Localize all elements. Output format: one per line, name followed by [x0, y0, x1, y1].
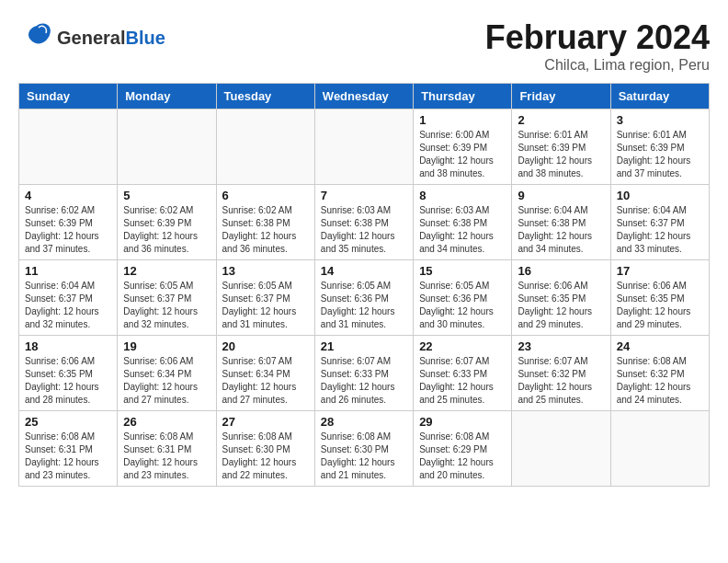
day-info: Sunrise: 6:05 AM Sunset: 6:36 PM Dayligh…: [321, 280, 407, 331]
day-info: Sunrise: 6:02 AM Sunset: 6:39 PM Dayligh…: [123, 204, 210, 256]
day-number: 8: [419, 189, 506, 202]
table-row: 5Sunrise: 6:02 AM Sunset: 6:39 PM Daylig…: [118, 185, 216, 260]
day-number: 3: [617, 113, 703, 127]
table-row: 23Sunrise: 6:07 AM Sunset: 6:32 PM Dayli…: [512, 336, 610, 411]
calendar-week-row: 18Sunrise: 6:06 AM Sunset: 6:35 PM Dayli…: [19, 336, 710, 411]
logo-general: General: [57, 28, 125, 48]
day-number: 23: [518, 339, 604, 353]
day-number: 18: [25, 339, 111, 353]
table-row: [19, 109, 118, 185]
day-number: 28: [321, 415, 407, 429]
table-row: [118, 109, 216, 185]
day-number: 13: [222, 264, 309, 278]
col-saturday: Saturday: [610, 84, 709, 109]
table-row: 3Sunrise: 6:01 AM Sunset: 6:39 PM Daylig…: [610, 109, 709, 185]
calendar-week-row: 1Sunrise: 6:00 AM Sunset: 6:39 PM Daylig…: [19, 109, 710, 185]
day-info: Sunrise: 6:06 AM Sunset: 6:35 PM Dayligh…: [617, 280, 703, 331]
table-row: 12Sunrise: 6:05 AM Sunset: 6:37 PM Dayli…: [118, 260, 216, 336]
table-row: 29Sunrise: 6:08 AM Sunset: 6:29 PM Dayli…: [414, 411, 512, 487]
day-info: Sunrise: 6:02 AM Sunset: 6:38 PM Dayligh…: [222, 204, 309, 256]
table-row: 15Sunrise: 6:05 AM Sunset: 6:36 PM Dayli…: [414, 260, 512, 336]
day-info: Sunrise: 6:05 AM Sunset: 6:37 PM Dayligh…: [123, 280, 210, 331]
table-row: 14Sunrise: 6:05 AM Sunset: 6:36 PM Dayli…: [314, 260, 413, 336]
col-tuesday: Tuesday: [216, 84, 314, 109]
day-number: 14: [321, 264, 407, 278]
table-row: [512, 411, 610, 487]
table-row: 27Sunrise: 6:08 AM Sunset: 6:30 PM Dayli…: [216, 411, 314, 487]
day-number: 25: [25, 415, 111, 429]
table-row: 4Sunrise: 6:02 AM Sunset: 6:39 PM Daylig…: [19, 185, 118, 260]
day-info: Sunrise: 6:08 AM Sunset: 6:31 PM Dayligh…: [123, 431, 210, 482]
title-section: February 2024 Chilca, Lima region, Peru: [485, 18, 710, 74]
day-info: Sunrise: 6:05 AM Sunset: 6:36 PM Dayligh…: [419, 280, 506, 331]
day-info: Sunrise: 6:08 AM Sunset: 6:30 PM Dayligh…: [321, 431, 407, 482]
day-info: Sunrise: 6:07 AM Sunset: 6:32 PM Dayligh…: [518, 355, 604, 407]
day-number: 7: [321, 189, 407, 202]
table-row: 10Sunrise: 6:04 AM Sunset: 6:37 PM Dayli…: [610, 185, 709, 260]
day-info: Sunrise: 6:05 AM Sunset: 6:37 PM Dayligh…: [222, 280, 309, 331]
table-row: 9Sunrise: 6:04 AM Sunset: 6:38 PM Daylig…: [512, 185, 610, 260]
day-number: 17: [617, 264, 703, 278]
day-number: 2: [518, 113, 604, 127]
day-info: Sunrise: 6:01 AM Sunset: 6:39 PM Dayligh…: [518, 129, 604, 180]
day-number: 15: [419, 264, 506, 278]
day-info: Sunrise: 6:03 AM Sunset: 6:38 PM Dayligh…: [419, 204, 506, 256]
col-monday: Monday: [118, 84, 216, 109]
table-row: 16Sunrise: 6:06 AM Sunset: 6:35 PM Dayli…: [512, 260, 610, 336]
table-row: 19Sunrise: 6:06 AM Sunset: 6:34 PM Dayli…: [118, 336, 216, 411]
table-row: [314, 109, 413, 185]
day-info: Sunrise: 6:08 AM Sunset: 6:31 PM Dayligh…: [25, 431, 111, 482]
day-info: Sunrise: 6:07 AM Sunset: 6:33 PM Dayligh…: [321, 355, 407, 407]
day-info: Sunrise: 6:07 AM Sunset: 6:33 PM Dayligh…: [419, 355, 506, 407]
table-row: 17Sunrise: 6:06 AM Sunset: 6:35 PM Dayli…: [610, 260, 709, 336]
calendar-subtitle: Chilca, Lima region, Peru: [485, 57, 710, 74]
calendar-week-row: 4Sunrise: 6:02 AM Sunset: 6:39 PM Daylig…: [19, 185, 710, 260]
table-row: 8Sunrise: 6:03 AM Sunset: 6:38 PM Daylig…: [414, 185, 512, 260]
day-info: Sunrise: 6:04 AM Sunset: 6:37 PM Dayligh…: [25, 280, 111, 331]
table-row: 28Sunrise: 6:08 AM Sunset: 6:30 PM Dayli…: [314, 411, 413, 487]
day-info: Sunrise: 6:08 AM Sunset: 6:30 PM Dayligh…: [222, 431, 309, 482]
calendar-header-row: Sunday Monday Tuesday Wednesday Thursday…: [19, 84, 710, 109]
day-number: 26: [123, 415, 210, 429]
calendar-title: February 2024: [485, 18, 710, 57]
day-info: Sunrise: 6:08 AM Sunset: 6:32 PM Dayligh…: [617, 355, 703, 407]
table-row: [610, 411, 709, 487]
day-number: 29: [419, 415, 506, 429]
day-number: 21: [321, 339, 407, 353]
table-row: 13Sunrise: 6:05 AM Sunset: 6:37 PM Dayli…: [216, 260, 314, 336]
day-info: Sunrise: 6:06 AM Sunset: 6:35 PM Dayligh…: [25, 355, 111, 407]
calendar-week-row: 11Sunrise: 6:04 AM Sunset: 6:37 PM Dayli…: [19, 260, 710, 336]
day-number: 24: [617, 339, 703, 353]
day-number: 12: [123, 264, 210, 278]
day-number: 9: [518, 189, 604, 202]
table-row: 25Sunrise: 6:08 AM Sunset: 6:31 PM Dayli…: [19, 411, 118, 487]
day-number: 11: [25, 264, 111, 278]
day-number: 20: [222, 339, 309, 353]
table-row: [216, 109, 314, 185]
day-number: 6: [222, 189, 309, 202]
day-info: Sunrise: 6:02 AM Sunset: 6:39 PM Dayligh…: [25, 204, 111, 256]
table-row: 7Sunrise: 6:03 AM Sunset: 6:38 PM Daylig…: [314, 185, 413, 260]
table-row: 20Sunrise: 6:07 AM Sunset: 6:34 PM Dayli…: [216, 336, 314, 411]
col-sunday: Sunday: [19, 84, 118, 109]
day-info: Sunrise: 6:03 AM Sunset: 6:38 PM Dayligh…: [321, 204, 407, 256]
day-info: Sunrise: 6:06 AM Sunset: 6:34 PM Dayligh…: [123, 355, 210, 407]
table-row: 18Sunrise: 6:06 AM Sunset: 6:35 PM Dayli…: [19, 336, 118, 411]
table-row: 1Sunrise: 6:00 AM Sunset: 6:39 PM Daylig…: [414, 109, 512, 185]
day-info: Sunrise: 6:01 AM Sunset: 6:39 PM Dayligh…: [617, 129, 703, 180]
table-row: 2Sunrise: 6:01 AM Sunset: 6:39 PM Daylig…: [512, 109, 610, 185]
table-row: 6Sunrise: 6:02 AM Sunset: 6:38 PM Daylig…: [216, 185, 314, 260]
day-number: 27: [222, 415, 309, 429]
day-info: Sunrise: 6:00 AM Sunset: 6:39 PM Dayligh…: [419, 129, 506, 180]
day-info: Sunrise: 6:04 AM Sunset: 6:38 PM Dayligh…: [518, 204, 604, 256]
day-info: Sunrise: 6:08 AM Sunset: 6:29 PM Dayligh…: [419, 431, 506, 482]
logo: GeneralBlue: [18, 18, 165, 57]
day-number: 10: [617, 189, 703, 202]
table-row: 11Sunrise: 6:04 AM Sunset: 6:37 PM Dayli…: [19, 260, 118, 336]
calendar-table: Sunday Monday Tuesday Wednesday Thursday…: [18, 83, 710, 487]
calendar-week-row: 25Sunrise: 6:08 AM Sunset: 6:31 PM Dayli…: [19, 411, 710, 487]
day-number: 5: [123, 189, 210, 202]
day-info: Sunrise: 6:07 AM Sunset: 6:34 PM Dayligh…: [222, 355, 309, 407]
col-thursday: Thursday: [414, 84, 512, 109]
table-row: 24Sunrise: 6:08 AM Sunset: 6:32 PM Dayli…: [610, 336, 709, 411]
